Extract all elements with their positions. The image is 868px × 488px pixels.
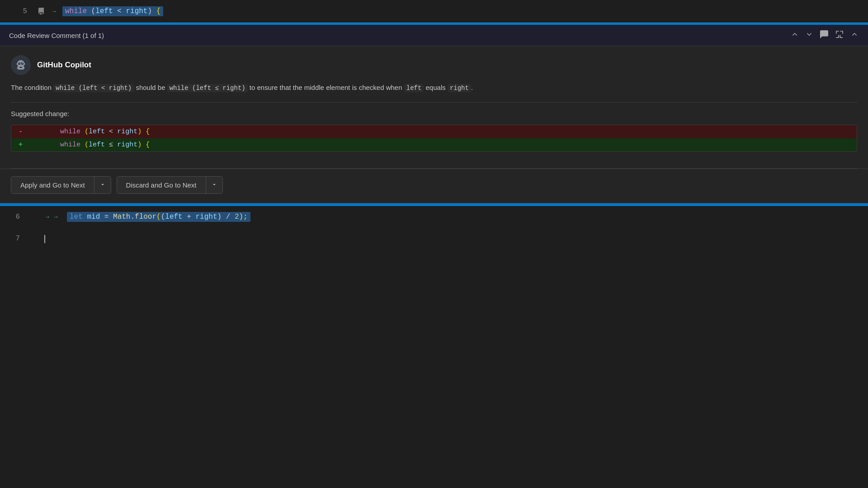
expand-button[interactable] (835, 29, 844, 41)
line-5-code: → while (left < right) { (48, 6, 163, 16)
highlighted-line6-code: let mid = Math.floor((left + right) / 2)… (67, 212, 250, 222)
diff-added-code: while (left ≤ right) { (28, 141, 150, 149)
code-line-7: 7 (0, 227, 868, 250)
diff-block: - while (left < right) { + while (left ≤… (11, 125, 857, 152)
close-panel-button[interactable] (850, 30, 859, 41)
nav-up-button[interactable] (790, 30, 799, 41)
discard-dropdown-button[interactable] (206, 177, 222, 193)
comment-body: GitHub Copilot The condition while (left… (0, 46, 868, 168)
review-title: Code Review Comment (1 of 1) (9, 32, 104, 39)
code-line-6: 6 → → let mid = Math.floor((left + right… (0, 205, 868, 227)
apply-and-go-next-button[interactable]: Apply and Go to Next (11, 177, 94, 193)
review-nav (790, 29, 859, 41)
diff-minus-marker: - (19, 128, 28, 136)
editor-empty-space (0, 250, 868, 488)
nav-down-button[interactable] (805, 30, 814, 41)
toggle-comment-button[interactable] (819, 29, 829, 41)
line-6-code: → → let mid = Math.floor((left + right) … (41, 212, 250, 222)
discard-and-go-next-button[interactable]: Discard and Go to Next (117, 177, 206, 193)
diff-line-added: + while (left ≤ right) { (11, 138, 857, 151)
line-number-7: 7 (0, 235, 27, 243)
svg-rect-7 (19, 67, 22, 68)
line-arrow: → (52, 8, 57, 14)
discard-button-group: Discard and Go to Next (117, 176, 223, 194)
review-header: Code Review Comment (1 of 1) (0, 25, 868, 46)
code-line-5-area: 5 → while (left < right) { (0, 0, 868, 23)
comment-icon[interactable] (34, 8, 48, 15)
line6-arrow1: → (44, 213, 50, 220)
cursor (44, 235, 45, 243)
svg-rect-5 (19, 63, 20, 64)
avatar (11, 55, 31, 75)
editor-container: 5 → while (left < right) { Code Review C… (0, 0, 868, 488)
diff-plus-marker: + (19, 141, 28, 149)
comment-text: The condition while (left < right) shoul… (11, 82, 857, 93)
comment-author-row: GitHub Copilot (11, 55, 857, 75)
apply-button-group: Apply and Go to Next (11, 176, 111, 194)
apply-dropdown-button[interactable] (94, 177, 111, 193)
review-panel: Code Review Comment (1 of 1) (0, 24, 868, 203)
line-7-cursor (41, 235, 45, 243)
suggested-change-label: Suggested change: (11, 110, 857, 117)
line-number-6: 6 (0, 213, 27, 221)
svg-rect-6 (22, 63, 23, 64)
action-buttons: Apply and Go to Next Discard and Go to N… (0, 169, 868, 203)
author-name: GitHub Copilot (37, 61, 91, 70)
diff-line-removed: - while (left < right) { (11, 125, 857, 138)
line6-arrow2: → (53, 213, 59, 220)
line-number-5: 5 (7, 7, 34, 15)
comment-divider (11, 102, 857, 103)
diff-removed-code: while (left < right) { (28, 128, 150, 136)
highlighted-while-code: while (left < right) { (62, 6, 163, 16)
